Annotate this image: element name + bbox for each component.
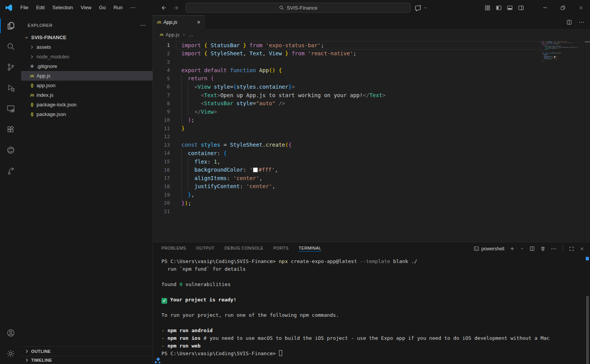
terminal-token: vulnerabilities: [183, 281, 231, 287]
menu-selection[interactable]: Selection: [48, 0, 76, 15]
activity-live-share[interactable]: [0, 160, 21, 181]
explorer-item-app-js[interactable]: JSApp.js: [21, 71, 153, 81]
terminal-shell-item[interactable]: powershell: [474, 246, 504, 251]
code-token: "auto": [555, 48, 558, 49]
code-text: backgroundColor: '#fff',: [170, 167, 278, 173]
code-token: {: [561, 53, 562, 54]
terminal-output[interactable]: PS C:\Users\vasip\Coding\SVIS-Finance> n…: [153, 255, 590, 357]
explorer-more-actions[interactable]: ⋯: [140, 22, 146, 29]
code-token: [207, 50, 210, 56]
terminal-line-4: found 0 vulnerabilities: [161, 281, 590, 288]
activity-remote-explorer[interactable]: [0, 98, 21, 119]
code-token: style: [236, 100, 253, 106]
js-file-icon: JS: [29, 74, 35, 78]
explorer-item-assets[interactable]: assets: [21, 42, 153, 52]
editor-more-actions-icon[interactable]: ⋯: [578, 19, 585, 26]
code-token: justifyContent: [194, 183, 240, 189]
shell-label: powershell: [481, 246, 504, 251]
panel-tab-bar: PROBLEMSOUTPUTDEBUG CONSOLEPORTSTERMINAL…: [153, 242, 590, 255]
menu-file[interactable]: File: [17, 0, 32, 15]
menu-[interactable]: ⋯: [126, 0, 139, 15]
code-token: styles: [201, 142, 221, 148]
line-number: 8: [153, 101, 170, 106]
activity-expo[interactable]: [0, 140, 21, 160]
terminal-line-2: run `npm fund` for details: [161, 265, 590, 273]
activity-search[interactable]: [0, 36, 21, 57]
code-token: container: [259, 84, 288, 90]
split-terminal-icon[interactable]: [529, 246, 535, 251]
command-center-search[interactable]: SVIS-Finance: [186, 3, 411, 13]
kill-terminal-icon[interactable]: [540, 246, 546, 251]
split-editor-icon[interactable]: [566, 19, 572, 25]
code-token: ;: [572, 42, 573, 43]
copilot-menu[interactable]: [414, 0, 428, 15]
explorer-item-package-json[interactable]: {}package.json: [21, 109, 153, 119]
code-token: 'center': [553, 58, 558, 60]
toggle-primary-sidebar-icon[interactable]: [495, 5, 502, 11]
panel-tab-debug-console[interactable]: DEBUG CONSOLE: [224, 246, 263, 251]
expo-icon: [6, 146, 15, 155]
panel-tab-ports[interactable]: PORTS: [273, 246, 289, 251]
terminal-dropdown-icon[interactable]: [520, 247, 524, 251]
breadcrumb-more[interactable]: …: [188, 32, 193, 38]
forward-button[interactable]: [173, 5, 179, 11]
code-line-14: 14 container: {: [153, 149, 590, 157]
root-folder-label: SVIS-FINANCE: [31, 35, 66, 40]
new-terminal-icon[interactable]: [509, 246, 515, 251]
activity-run-debug[interactable]: [0, 78, 21, 98]
explorer-item-app-json[interactable]: {}app.json: [21, 81, 153, 90]
editor-scrollbar[interactable]: [585, 41, 590, 43]
panel-more-actions-icon[interactable]: ⋯: [551, 245, 557, 252]
activity-account[interactable]: [0, 323, 21, 343]
back-button[interactable]: [161, 5, 167, 11]
code-token: [275, 100, 278, 106]
code-token: .: [263, 142, 266, 148]
activity-extensions[interactable]: [0, 119, 21, 140]
breadcrumb-file[interactable]: App.js: [166, 32, 179, 38]
activity-explorer[interactable]: [0, 15, 21, 36]
restore-button[interactable]: [554, 0, 572, 15]
menu-edit[interactable]: Edit: [32, 0, 48, 15]
menu-go[interactable]: Go: [95, 0, 110, 15]
tab-close-icon[interactable]: ✕: [197, 20, 201, 25]
minimap[interactable]: import { StatusBar } from 'expo-status-b…: [542, 41, 585, 62]
breadcrumb[interactable]: JS App.js …: [153, 29, 590, 40]
maximize-panel-icon[interactable]: [569, 246, 574, 251]
activity-source-control[interactable]: [0, 57, 21, 78]
explorer-item-index-js[interactable]: JSindex.js: [21, 90, 153, 100]
toggle-panel-icon[interactable]: [507, 5, 513, 11]
code-token: }: [243, 42, 246, 48]
terminal-token: npm run ios: [168, 335, 201, 341]
menu-run[interactable]: Run: [110, 0, 126, 15]
close-panel-icon[interactable]: [579, 246, 585, 251]
code-text: });: [170, 200, 191, 206]
activity-settings[interactable]: [0, 343, 21, 364]
explorer-root-folder[interactable]: SVIS-FINANCE: [21, 33, 153, 42]
code-token: function: [230, 67, 256, 73]
code-token: Text: [249, 50, 263, 56]
outline-section[interactable]: OUTLINE: [21, 346, 153, 356]
close-window-button[interactable]: [572, 0, 590, 15]
explorer-item-node-modules[interactable]: node_modules: [21, 52, 153, 61]
code-token: "auto": [256, 100, 276, 106]
code-token: styles: [236, 84, 256, 90]
explorer-item-package-lock-json[interactable]: {}package-lock.json: [21, 100, 153, 109]
code-line-18: 18 justifyContent: 'center',: [153, 182, 590, 191]
code-text: <Text>Open up App.js to start working on…: [170, 92, 386, 98]
toggle-secondary-sidebar-icon[interactable]: [518, 5, 524, 11]
panel-tab-problems[interactable]: PROBLEMS: [161, 246, 186, 251]
code-token: [181, 175, 194, 181]
panel-tab-output[interactable]: OUTPUT: [196, 246, 214, 251]
panel-tab-terminal[interactable]: TERMINAL: [299, 246, 321, 251]
terminal-scrollbar[interactable]: [586, 296, 589, 364]
menu-view[interactable]: View: [77, 0, 95, 15]
minimize-button[interactable]: [536, 0, 554, 15]
code-editor[interactable]: 1import { StatusBar } from 'expo-status-…: [153, 40, 590, 242]
tab-app-js[interactable]: JS App.js ✕: [153, 15, 205, 29]
account-icon: [6, 328, 15, 338]
code-token: [181, 167, 194, 173]
explorer-item-gitignore[interactable]: .gitignore: [21, 61, 153, 71]
code-token: default: [204, 67, 227, 73]
timeline-section[interactable]: TIMELINE: [21, 356, 153, 364]
customize-layout-icon[interactable]: [484, 5, 491, 11]
